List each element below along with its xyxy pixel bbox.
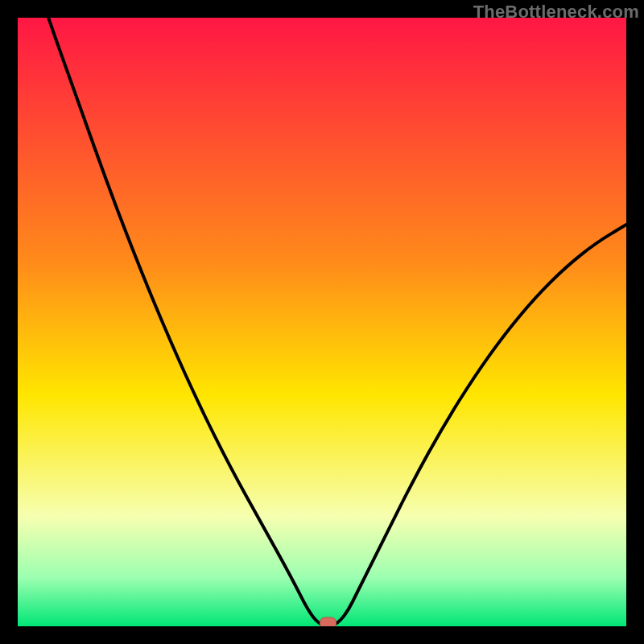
gradient-background <box>18 18 626 626</box>
watermark-label: TheBottleneck.com <box>473 2 639 23</box>
plot-area <box>18 18 626 626</box>
optimum-marker <box>320 617 336 626</box>
chart-frame: TheBottleneck.com <box>0 0 644 644</box>
bottleneck-chart-svg <box>18 18 626 626</box>
